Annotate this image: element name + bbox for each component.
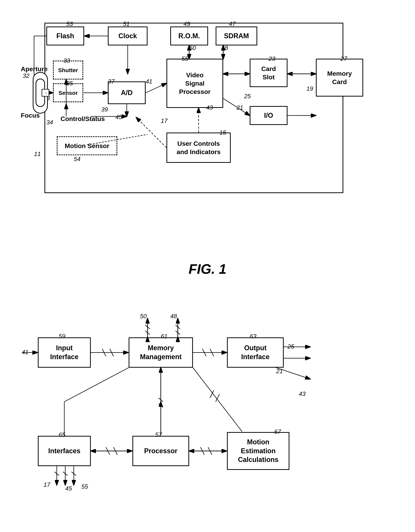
svg-line-71 xyxy=(64,368,129,402)
svg-line-33 xyxy=(110,349,113,356)
fig2-label-43: 43 xyxy=(299,390,306,397)
fig1-label-50: 50 xyxy=(189,45,196,51)
fig1-label-49: 49 xyxy=(184,20,190,28)
fig2-label-41: 41 xyxy=(22,349,28,356)
fig1-flash-box: Flash xyxy=(46,27,84,46)
fig1-label-53: 53 xyxy=(66,20,73,28)
fig1-rom-box: R.O.M. xyxy=(170,27,208,46)
fig2-label-25: 25 xyxy=(287,343,294,350)
svg-line-68 xyxy=(63,472,67,475)
fig2-label-59: 59 xyxy=(59,333,65,340)
fig1-label-45: 45 xyxy=(115,114,122,121)
fig1-motionsensor-box: Motion Sensor xyxy=(57,136,117,155)
fig1-label-51: 51 xyxy=(123,20,130,28)
fig1-usercontrols-box: User Controls and Indicators xyxy=(166,133,231,163)
svg-line-58 xyxy=(106,447,110,455)
fig1-label-32: 32 xyxy=(23,72,29,79)
svg-line-67 xyxy=(55,472,59,475)
svg-line-59 xyxy=(113,447,117,455)
fig2-label-50: 50 xyxy=(140,313,147,320)
fig2-label-61: 61 xyxy=(161,333,168,340)
fig2-outputinterface-box: Output Interface xyxy=(227,337,284,368)
svg-line-35 xyxy=(203,349,206,356)
fig2-label-21: 21 xyxy=(276,368,283,375)
fig1-sdram-box: SDRAM xyxy=(216,27,257,46)
svg-line-43 xyxy=(145,331,150,334)
fig1-label-23: 23 xyxy=(269,55,275,62)
fig1-memcard-box: Memory Card xyxy=(316,59,363,96)
fig2-label-45: 45 xyxy=(65,485,72,492)
fig2-interfaces-box: Interfaces xyxy=(38,436,91,466)
svg-line-53 xyxy=(193,368,242,432)
fig1-label-41: 41 xyxy=(146,78,152,85)
fig2-title: FIG. 2 xyxy=(15,531,400,532)
svg-line-51 xyxy=(158,398,163,402)
fig2-label-48: 48 xyxy=(170,313,177,320)
fig1-label-47: 47 xyxy=(229,20,236,28)
fig1-cardslot-box: Card Slot xyxy=(250,59,287,87)
fig1-diagram: Flash 53 Clock 51 R.O.M. 49 SDRAM 47 Shu… xyxy=(15,11,401,257)
svg-line-62 xyxy=(201,447,204,455)
fig2-diagram: Input Interface 59 41 Memory Management … xyxy=(15,288,401,527)
fig1-label-25: 25 xyxy=(244,93,251,100)
fig1-label-15: 15 xyxy=(219,129,226,136)
page: Flash 53 Clock 51 R.O.M. 49 SDRAM 47 Shu… xyxy=(0,0,415,532)
fig1-label-54: 54 xyxy=(74,156,81,163)
svg-line-55 xyxy=(216,394,219,402)
fig2-label-17: 17 xyxy=(44,481,50,488)
fig1-label-35: 35 xyxy=(66,80,73,87)
fig1-label-21: 21 xyxy=(236,104,243,111)
svg-line-54 xyxy=(210,390,214,398)
fig1-label-33: 33 xyxy=(63,57,70,64)
fig1-controlstatus-label: Control/Status xyxy=(61,115,105,123)
fig1-label-27: 27 xyxy=(341,55,347,62)
fig2-memorymgmt-box: Memory Management xyxy=(129,337,193,368)
fig1-label-34: 34 xyxy=(46,119,53,126)
fig2-processor-box: Processor xyxy=(132,436,189,466)
fig1-label-37: 37 xyxy=(108,78,115,85)
fig2-label-57: 57 xyxy=(155,431,162,438)
fig1-label-55: 55 xyxy=(182,55,188,62)
fig2-label-67: 67 xyxy=(274,428,281,435)
svg-line-46 xyxy=(175,325,180,329)
svg-line-69 xyxy=(72,472,76,475)
fig2-arrows xyxy=(15,288,401,527)
fig2-label-65: 65 xyxy=(59,431,65,438)
fig1-aperture-label: Aperture xyxy=(21,65,48,73)
fig1-label-11: 11 xyxy=(34,151,41,158)
svg-line-36 xyxy=(210,349,214,356)
svg-line-52 xyxy=(158,404,163,408)
svg-line-32 xyxy=(102,349,106,356)
fig1-sensor-symbol: → xyxy=(42,89,49,96)
fig1-io-box: I/O xyxy=(250,106,287,125)
svg-line-42 xyxy=(145,325,150,329)
fig1-title: FIG. 1 xyxy=(15,261,400,277)
fig1-clock-box: Clock xyxy=(108,27,148,46)
fig2-motionest-box: Motion Estimation Calculations xyxy=(227,432,289,470)
fig2-label-63: 63 xyxy=(250,333,257,340)
fig2-label-55: 55 xyxy=(81,483,88,490)
fig2-inputinterface-box: Input Interface xyxy=(38,337,91,368)
fig1-label-17: 17 xyxy=(161,117,168,124)
fig1-label-43: 43 xyxy=(206,104,213,111)
fig1-vsp-box: Video Signal Processor xyxy=(166,59,223,108)
svg-line-63 xyxy=(208,447,212,455)
fig1-label-39: 39 xyxy=(101,106,108,113)
fig1-label-48: 48 xyxy=(221,45,228,51)
svg-line-47 xyxy=(175,331,180,334)
fig1-label-19: 19 xyxy=(306,85,313,92)
